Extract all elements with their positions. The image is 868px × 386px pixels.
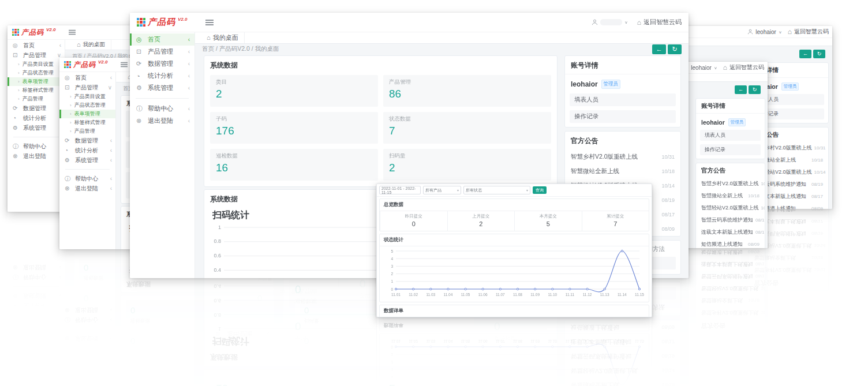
status-filter-select[interactable]: 所有状态 ▾ [463, 186, 530, 194]
product-filter-select[interactable]: 所有产品 ▾ [423, 186, 461, 194]
app-logo[interactable]: 产品码 V2.0 [137, 17, 187, 28]
sidebar-item[interactable]: ⟳ 数据管理 ‹ [59, 136, 115, 145]
sidebar-item[interactable]: ⟳ 数据管理 ‹ [130, 58, 194, 70]
svg-text:2: 2 [391, 360, 393, 364]
sidebar-item-label: 数据管理 [23, 104, 59, 113]
refresh-button[interactable]: ↻ [668, 44, 682, 54]
return-home-link[interactable]: ⌂ 返回智慧云码 [723, 63, 764, 72]
sidebar-subitem[interactable]: › 产品管理 [8, 95, 65, 103]
breadcrumb[interactable]: 首页 / 产品码V2.0 / 我的桌面 [202, 45, 279, 53]
sidebar-subitem[interactable]: › 标签样式管理 [59, 118, 115, 127]
chevron-icon: ‹ [188, 118, 190, 124]
announcement-item[interactable]: 智慧轻站V2.0版重磅上线 10/14 [696, 202, 765, 214]
announcement-item[interactable]: 智慧微站全新上线 10/18 [565, 164, 680, 178]
announcement-item[interactable]: 智慧云码系统维护通知 08/19 [696, 214, 765, 226]
back-button[interactable]: ← [735, 85, 747, 94]
menu-toggle-icon[interactable] [121, 62, 128, 68]
sidebar-item[interactable]: ⊡ 产品管理 ∨ [59, 83, 115, 92]
sidebar-item[interactable]: ⚙ 系统管理 ‹ [8, 123, 65, 133]
sidebar-item-label: 首页 [148, 35, 188, 44]
account-username: leohaior [571, 80, 598, 88]
announcement-item[interactable]: 短信频道上线通知 08/09 [696, 238, 765, 248]
announcement-item[interactable]: 智慧微站全新上线 10/18 [696, 190, 765, 202]
sidebar-subitem[interactable]: › 标签样式管理 [8, 86, 65, 95]
sidebar-subitem[interactable]: › 产品管理 [59, 127, 115, 136]
announcement-date: 10/14 [812, 170, 826, 175]
sidebar-item-label: 退出登陆 [75, 185, 110, 193]
sidebar-item-label: 系统管理 [75, 156, 110, 164]
announcement-item[interactable]: 智慧乡村V2.0版重磅上线 10/31 [696, 178, 765, 190]
sidebar-item[interactable]: ⓘ 帮助中心 ‹ [130, 103, 194, 115]
menu-toggle-icon[interactable] [205, 20, 214, 25]
stat-card: 产品管理 86 [383, 75, 551, 107]
sidebar-item-label: 首页 [23, 42, 59, 50]
user-menu[interactable]: leohaior ∨ [747, 29, 781, 35]
sidebar-item[interactable]: ◔ 统计分析 ‹ [59, 145, 115, 155]
sidebar-subitem[interactable]: › 产品类目设置 [8, 60, 65, 69]
account-link-row[interactable]: 操作记录 [570, 110, 676, 123]
sidebar-divider [136, 98, 189, 99]
status-filter-value: 所有状态 [466, 188, 482, 193]
announcement-date: 08/09 [746, 242, 760, 247]
sidebar-item[interactable]: ⊗ 退出登陆 ‹ [8, 151, 65, 161]
tab-my-desktop[interactable]: ⌂ 我的桌面 [71, 39, 111, 50]
account-link-row[interactable]: 填表人员 [570, 93, 676, 106]
account-link-row[interactable]: 操作记录 [700, 144, 761, 155]
panel-title: 数据详单 [380, 305, 649, 317]
app-logo[interactable]: 产品码 V2.0 [64, 60, 107, 70]
return-home-link[interactable]: ⌂ 返回智慧云码 [637, 18, 682, 27]
topbar-right: ∨ ⌂ 返回智慧云码 [592, 18, 682, 27]
sidebar-item[interactable]: ⚙ 系统管理 ‹ [130, 82, 194, 94]
query-button[interactable]: 查询 [533, 186, 547, 194]
announcement-item[interactable]: 智慧乡村V2.0版重磅上线 10/31 [565, 149, 680, 164]
tab-my-desktop[interactable]: ⌂ 我的桌面 [201, 32, 245, 43]
tab-label: 我的桌面 [83, 41, 105, 48]
return-home-label: 返回智慧云码 [794, 28, 829, 36]
sidebar-subitem[interactable]: › 产品状态管理 [8, 69, 65, 77]
sidebar-item[interactable]: ◎ 首页 ‹ [130, 33, 194, 46]
sidebar-item[interactable]: ⊡ 产品管理 ‹ [130, 46, 194, 58]
return-home-link[interactable]: ⌂ 返回智慧云码 [788, 28, 829, 36]
svg-text:0.6: 0.6 [214, 298, 221, 303]
sidebar-item[interactable]: ⓘ 帮助中心 ‹ [59, 174, 115, 183]
account-panel: 账号详情 leohaior 管理员 填表人员 操作记录 [564, 55, 681, 128]
sidebar-item[interactable]: ⚙ 系统管理 ‹ [59, 155, 115, 165]
sidebar-item[interactable]: ⊗ 退出登陆 ‹ [130, 115, 194, 127]
caret-down-icon: ▾ [526, 188, 528, 192]
sidebar-item-label: 产品管理 [148, 47, 188, 56]
svg-text:0: 0 [391, 345, 393, 349]
chevron-icon: ‹ [59, 42, 61, 48]
sidebar-subitem[interactable]: › 表单项管理 [59, 110, 115, 118]
svg-text:11.15: 11.15 [635, 339, 644, 343]
date-range-input[interactable]: 2022-11-01 - 2022-11-15 [379, 186, 421, 194]
sidebar-subitem[interactable]: › 表单项管理 [8, 77, 65, 86]
sidebar-subitem-label: 产品管理 [74, 128, 95, 135]
sidebar-item[interactable]: ◔ 统计分析 ‹ [8, 113, 65, 123]
back-button[interactable]: ← [652, 44, 666, 54]
sidebar-subitem[interactable]: › 产品状态管理 [59, 101, 115, 110]
svg-text:11.01: 11.01 [391, 293, 401, 297]
menu-item-icon: ⊡ [65, 84, 72, 91]
sidebar-item[interactable]: ⟳ 数据管理 ‹ [8, 103, 65, 113]
refresh-button[interactable]: ↻ [813, 50, 825, 58]
sidebar-subitem-label: 标签样式管理 [74, 119, 106, 126]
menu-toggle-icon[interactable] [69, 30, 76, 35]
app-logo[interactable]: 产品码 V2.0 [12, 28, 55, 38]
sidebar-item[interactable]: ◎ 首页 ‹ [59, 73, 115, 83]
stat-card: 状态数据 7 [383, 112, 551, 144]
account-link-row[interactable]: 填表人员 [700, 130, 761, 141]
sidebar-item[interactable]: ⊡ 产品管理 ∨ [8, 50, 65, 60]
menu-item-icon: ⟳ [136, 60, 145, 68]
refresh-button[interactable]: ↻ [749, 85, 761, 94]
sidebar-item[interactable]: ◔ 统计分析 ‹ [130, 70, 194, 82]
back-button[interactable]: ← [799, 50, 811, 58]
announcement-item[interactable]: 连载文本新版上线通知 08/17 [696, 226, 765, 238]
sidebar-item[interactable]: ⊗ 退出登陆 ‹ [59, 183, 115, 193]
user-menu[interactable]: ∨ [592, 19, 628, 25]
overview-stat: 上月提交 2 [447, 211, 515, 231]
sidebar-item[interactable]: ⓘ 帮助中心 ‹ [8, 141, 65, 151]
announcement-date: 08/09 [809, 206, 823, 209]
sidebar-item[interactable]: ◎ 首页 ‹ [8, 40, 65, 50]
panel-title: 状态统计 [380, 234, 649, 246]
sidebar-subitem[interactable]: › 产品类目设置 [59, 92, 115, 101]
